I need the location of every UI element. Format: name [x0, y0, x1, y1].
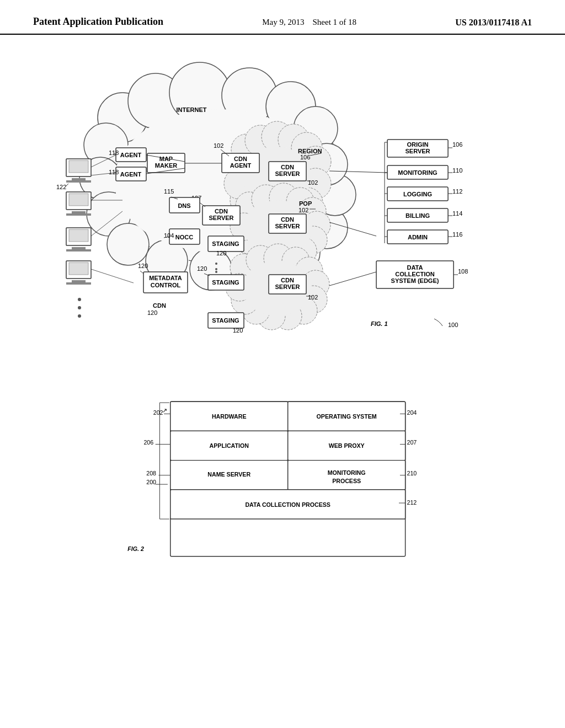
ref-202: 202	[153, 410, 163, 416]
svg-text:106: 106	[452, 141, 462, 148]
svg-rect-144	[66, 282, 91, 285]
header-date-sheet: May 9, 2013 Sheet 1 of 18	[262, 15, 356, 27]
svg-text:CDN: CDN	[215, 208, 228, 215]
publication-title: Patent Application Publication	[33, 15, 163, 28]
hardware-label: HARDWARE	[212, 414, 247, 420]
svg-line-184	[329, 272, 376, 286]
svg-text:MONITORING: MONITORING	[328, 469, 366, 476]
svg-text:120: 120	[197, 265, 207, 272]
svg-rect-130	[69, 160, 88, 173]
svg-text:STAGING: STAGING	[212, 279, 239, 286]
fig2-diagram: HARDWARE OPERATING SYSTEM APPLICATION WE…	[117, 393, 448, 581]
svg-text:NOCC: NOCC	[175, 234, 193, 240]
svg-rect-134	[69, 194, 88, 206]
web-proxy-label: WEB PROXY	[329, 443, 365, 449]
svg-point-194	[215, 263, 217, 265]
svg-text:CDN: CDN	[281, 164, 294, 170]
svg-text:102: 102	[299, 207, 308, 213]
svg-text:MONITORING: MONITORING	[398, 169, 437, 176]
svg-text:SERVER: SERVER	[275, 170, 300, 177]
svg-point-148	[78, 306, 81, 309]
name-server-label: NAME SERVER	[207, 471, 250, 478]
svg-text:STAGING: STAGING	[212, 240, 239, 247]
svg-point-196	[215, 271, 217, 273]
region-ref: 106	[300, 154, 310, 160]
ref-200: 200	[146, 479, 156, 486]
svg-text:CDN: CDN	[281, 277, 294, 283]
svg-text:120: 120	[233, 327, 243, 334]
svg-text:AGENT: AGENT	[120, 171, 142, 178]
sheet-info: Sheet 1 of 18	[313, 18, 357, 26]
svg-text:CDN: CDN	[153, 302, 166, 309]
svg-rect-138	[69, 229, 88, 242]
svg-rect-143	[72, 280, 86, 282]
page-header: Patent Application Publication May 9, 20…	[0, 0, 565, 35]
page-content: INTERNET REGION 106 CDN	[0, 35, 565, 597]
fig1-svg: INTERNET REGION 106 CDN	[45, 57, 520, 371]
svg-text:ORIGIN: ORIGIN	[407, 141, 428, 148]
svg-text:100: 100	[448, 322, 458, 328]
svg-text:SERVER: SERVER	[275, 283, 300, 290]
svg-line-154	[91, 269, 134, 283]
svg-text:DNS: DNS	[178, 202, 190, 209]
svg-text:BILLING: BILLING	[406, 212, 430, 219]
svg-rect-135	[72, 211, 86, 213]
svg-text:PROCESS: PROCESS	[332, 478, 361, 485]
svg-text:118: 118	[109, 149, 119, 156]
ref-212: 212	[407, 499, 417, 506]
svg-text:MAKER: MAKER	[155, 162, 177, 169]
svg-rect-136	[66, 213, 91, 216]
svg-text:ADMIN: ADMIN	[408, 234, 428, 240]
svg-text:116: 116	[452, 231, 462, 238]
fig2-title: FIG. 2	[127, 546, 144, 553]
svg-text:SERVER: SERVER	[405, 148, 430, 154]
svg-rect-142	[69, 263, 88, 275]
svg-text:SERVER: SERVER	[209, 215, 233, 221]
patent-number: US 2013/0117418 A1	[455, 15, 532, 28]
svg-line-126	[140, 271, 143, 274]
operating-system-label: OPERATING SYSTEM	[317, 414, 377, 420]
svg-text:120: 120	[216, 250, 226, 256]
publication-date: May 9, 2013	[262, 18, 304, 26]
svg-text:110: 110	[452, 167, 462, 174]
svg-text:CONTROL: CONTROL	[151, 282, 181, 288]
svg-text:DATA: DATA	[407, 264, 423, 271]
svg-rect-140	[66, 249, 91, 251]
svg-text:120: 120	[147, 309, 157, 316]
ref-206: 206	[143, 439, 153, 446]
svg-text:↗: ↗	[162, 407, 167, 414]
application-label: APPLICATION	[210, 443, 249, 449]
fig1-diagram: INTERNET REGION 106 CDN	[45, 57, 520, 371]
svg-text:POP: POP	[299, 200, 312, 207]
svg-text:FIG. 1: FIG. 1	[371, 320, 388, 327]
svg-text:SYSTEM (EDGE): SYSTEM (EDGE)	[391, 277, 439, 284]
svg-text:120: 120	[138, 263, 148, 269]
svg-text:118: 118	[109, 169, 119, 175]
svg-text:LOGGING: LOGGING	[403, 191, 432, 197]
svg-text:CDN: CDN	[234, 156, 247, 162]
ref-207: 207	[407, 439, 417, 446]
svg-text:115: 115	[164, 188, 174, 195]
svg-text:COLLECTION: COLLECTION	[395, 271, 435, 277]
svg-point-149	[78, 314, 81, 318]
svg-text:AGENT: AGENT	[120, 152, 142, 158]
svg-text:MAP: MAP	[159, 156, 173, 162]
svg-text:CDN: CDN	[281, 216, 294, 223]
data-collection-label: DATA COLLECTION PROCESS	[245, 501, 330, 508]
svg-text:112: 112	[452, 188, 462, 195]
svg-rect-139	[72, 247, 86, 249]
svg-text:AGENT: AGENT	[230, 162, 252, 169]
svg-point-195	[215, 268, 217, 270]
svg-text:STAGING: STAGING	[212, 317, 239, 324]
svg-text:114: 114	[452, 210, 462, 217]
svg-text:108: 108	[458, 268, 468, 275]
svg-rect-131	[72, 178, 86, 180]
svg-text:102: 102	[214, 142, 223, 149]
svg-text:SERVER: SERVER	[275, 223, 300, 229]
ref-210: 210	[407, 470, 417, 477]
fig2-svg: HARDWARE OPERATING SYSTEM APPLICATION WE…	[117, 393, 448, 581]
cdn-server-ref1: 102	[308, 179, 318, 186]
svg-rect-132	[66, 180, 91, 183]
ref-204: 204	[407, 410, 417, 416]
svg-point-147	[78, 298, 81, 301]
